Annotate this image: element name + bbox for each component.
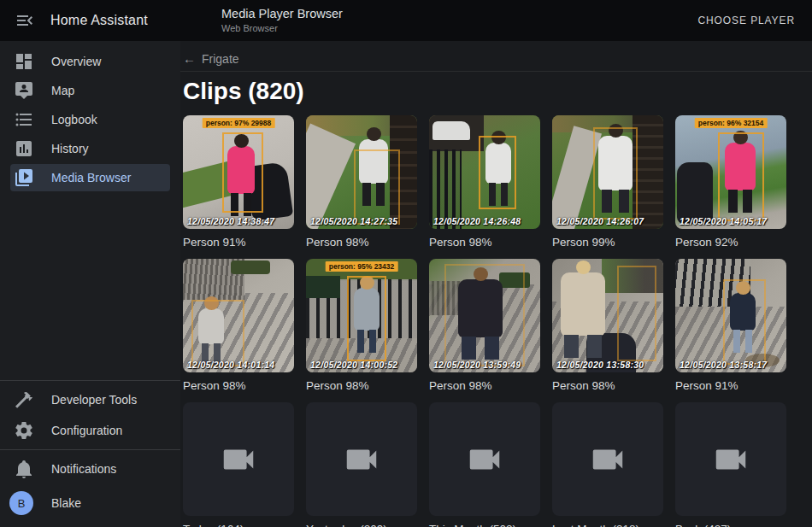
video-camera-icon [711,440,750,479]
media-player-subtitle: Web Browser [221,23,343,34]
sidebar-item-label: History [51,142,89,155]
clip-card[interactable]: 12/05/2020 14:27:35 Person 98% [306,115,417,249]
sidebar-item-history[interactable]: History [10,135,170,162]
sidebar-item-logbook[interactable]: Logbook [10,106,170,133]
folder-caption: Last Month (318) [552,522,663,527]
timestamp-overlay: 12/05/2020 14:27:35 [310,216,397,226]
folder-caption: This Month (502) [429,522,540,527]
user-name: Blake [51,496,81,510]
folder-caption: Back (427) [675,522,786,527]
folder-card[interactable]: Yesterday (209) [306,402,417,527]
timestamp-overlay: 12/05/2020 13:59:49 [433,360,521,370]
clip-card[interactable]: person: 96% 32154 12/05/2020 14:05:17 Pe… [675,115,786,249]
clip-caption: Person 99% [552,235,663,249]
sidebar-divider [0,449,180,450]
clip-card[interactable]: 12/05/2020 14:01:14 Person 98% [183,259,294,393]
page-title: Clips (820) [183,80,812,102]
timestamp-overlay: 12/05/2020 14:05:17 [680,216,767,226]
clip-thumbnail: 12/05/2020 14:27:35 [306,115,417,229]
choose-player-button[interactable]: CHOOSE PLAYER [691,8,802,33]
clip-thumbnail: person: 95% 23432 12/05/2020 14:00:52 [306,259,417,372]
folder-thumbnail [429,402,540,516]
clip-card[interactable]: 12/05/2020 13:59:49 Person 98% [429,259,540,393]
folder-card[interactable]: Today (164) [183,402,294,527]
timestamp-overlay: 12/05/2020 13:58:30 [556,360,644,370]
timestamp-overlay: 12/05/2020 14:00:52 [310,360,397,370]
clip-caption: Person 98% [429,235,540,249]
folder-thumbnail [306,402,417,516]
sidebar-item-label: Configuration [51,424,122,437]
clip-caption: Person 98% [552,378,663,393]
clip-caption: Person 98% [429,378,540,393]
gear-icon [14,420,34,441]
sidebar-item-developer-tools[interactable]: Developer Tools [10,386,170,413]
video-camera-icon [465,440,504,479]
timestamp-overlay: 12/05/2020 14:01:14 [187,360,274,370]
timestamp-overlay: 12/05/2020 14:38:47 [187,216,274,226]
folder-card[interactable]: Last Month (318) [552,402,663,527]
view-dashboard-icon [14,51,34,72]
video-camera-icon [219,440,258,479]
clip-caption: Person 92% [675,235,786,249]
clip-thumbnail: 12/05/2020 14:26:48 [429,115,540,229]
clip-card[interactable]: 12/05/2020 14:26:48 Person 98% [429,115,540,249]
folder-card[interactable]: This Month (502) [429,402,540,527]
app-header: Home Assistant Media Player Browser Web … [0,0,812,41]
detection-bounding-box [347,276,386,361]
clip-thumbnail: 12/05/2020 13:58:17 [675,259,786,372]
folder-card[interactable]: Back (427) [675,402,786,527]
clip-caption: Person 98% [306,378,417,393]
sidebar-item-label: Logbook [51,113,97,126]
folder-caption: Yesterday (209) [306,522,417,527]
clip-caption: Person 91% [675,378,786,393]
app-name: Home Assistant [50,13,148,28]
detection-bounding-box [444,264,525,366]
list-bulleted-icon [14,109,34,130]
media-browser-content: ← Frigate Clips (820) person: 97% 29988 … [180,41,812,527]
detection-bounding-box [354,149,400,225]
chart-box-icon [14,138,34,159]
sidebar-item-label: Map [51,84,74,97]
sidebar-item-notifications[interactable]: Notifications [10,455,170,483]
video-camera-icon [588,440,627,479]
clip-thumbnail: 12/05/2020 13:59:49 [429,259,540,372]
sidebar-item-label: Overview [51,55,101,68]
clip-thumbnail: person: 97% 29988 12/05/2020 14:38:47 [183,115,294,229]
sidebar-item-map[interactable]: Map [10,77,170,104]
scene-shape [306,124,356,229]
menu-open-icon[interactable] [15,10,35,31]
clips-grid: person: 97% 29988 12/05/2020 14:38:47 Pe… [183,115,812,527]
detection-bounding-box [222,132,263,213]
clip-card[interactable]: 12/05/2020 13:58:30 Person 98% [552,259,663,393]
timestamp-overlay: 12/05/2020 14:26:48 [433,216,521,226]
sidebar-item-configuration[interactable]: Configuration [10,417,170,444]
sidebar-item-overview[interactable]: Overview [10,48,170,75]
folder-thumbnail [675,402,786,516]
breadcrumb-back[interactable]: ← Frigate [183,51,239,66]
breadcrumb-label: Frigate [202,52,239,66]
clip-caption: Person 98% [306,235,417,249]
detection-label: person: 95% 23432 [326,261,398,272]
clip-card[interactable]: person: 97% 29988 12/05/2020 14:38:47 Pe… [183,115,294,249]
detection-bounding-box [723,279,766,365]
timestamp-overlay: 12/05/2020 14:26:07 [556,216,644,226]
media-toolbar: ← Frigate [180,41,812,72]
detection-bounding-box [191,300,244,366]
clip-caption: Person 91% [183,235,294,249]
detection-label: person: 97% 29988 [203,118,275,128]
clip-card[interactable]: 12/05/2020 13:58:17 Person 91% [675,259,786,393]
page-header-title: Media Player Browser Web Browser [221,7,343,33]
folder-thumbnail [552,402,663,516]
detection-bounding-box [479,136,516,209]
sidebar-item-media-browser[interactable]: Media Browser [10,164,170,191]
header-left: Home Assistant [0,10,180,31]
detection-label: person: 96% 32154 [695,118,768,128]
folder-caption: Today (164) [183,522,294,527]
play-box-multiple-icon [14,167,34,188]
clip-card[interactable]: 12/05/2020 14:26:07 Person 99% [552,115,663,249]
clip-card[interactable]: person: 95% 23432 12/05/2020 14:00:52 Pe… [306,259,417,393]
sidebar-user[interactable]: B Blake [0,486,180,520]
scene-shape [231,261,270,274]
timestamp-overlay: 12/05/2020 13:58:17 [680,360,767,370]
video-camera-icon [342,440,381,479]
